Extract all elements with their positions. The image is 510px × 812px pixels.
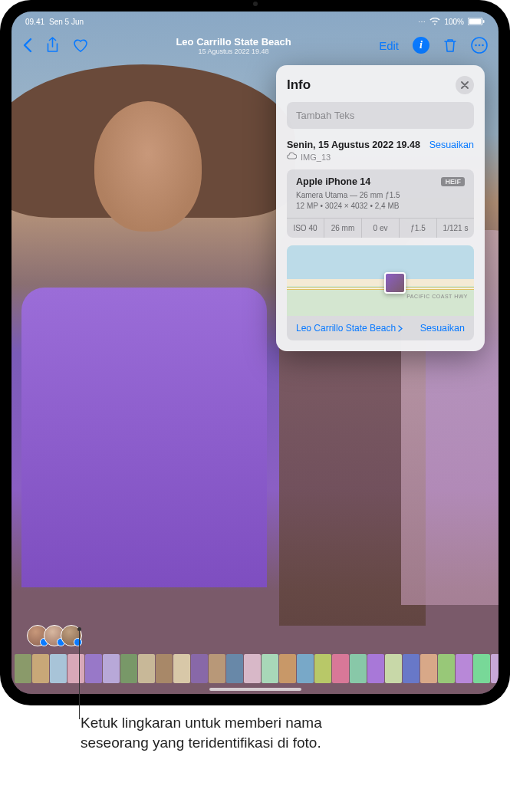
battery-pct: 100% — [444, 18, 464, 26]
camera-info-card: Apple iPhone 14 HEIF Kamera Utama — 26 m… — [287, 169, 474, 238]
callout-text: Ketuk lingkaran untuk memberi nama seseo… — [81, 713, 357, 752]
exif-row: ISO 40 26 mm 0 ev ƒ1.5 1/121 s — [287, 218, 474, 238]
share-button[interactable] — [46, 37, 59, 54]
info-button[interactable]: i — [413, 37, 429, 54]
exif-ev: 0 ev — [362, 219, 400, 238]
thumbnail[interactable] — [244, 654, 261, 683]
toolbar-title-group: Leo Carrillo State Beach 15 Agustus 2022… — [176, 36, 291, 55]
svg-rect-1 — [469, 19, 482, 25]
thumbnail[interactable] — [15, 654, 31, 683]
thumbnail[interactable] — [209, 654, 225, 683]
thumbnail[interactable] — [367, 654, 384, 683]
lens-info: Kamera Utama — 26 mm ƒ1.5 — [296, 190, 465, 201]
thumbnail[interactable] — [385, 654, 402, 683]
svg-point-5 — [479, 44, 481, 47]
thumbnail[interactable] — [262, 654, 278, 683]
camera-notch — [253, 2, 258, 6]
ipad-frame: 09.41 Sen 5 Jun ⋯ 100% — [0, 0, 510, 705]
thumbnail[interactable] — [67, 654, 84, 683]
detected-faces — [27, 625, 77, 646]
trash-button[interactable] — [443, 38, 457, 53]
favorite-button[interactable] — [73, 38, 88, 52]
adjust-datetime-button[interactable]: Sesuaikan — [429, 140, 474, 150]
more-button[interactable] — [471, 37, 488, 54]
svg-rect-2 — [483, 20, 485, 23]
photo-title: Leo Carrillo State Beach — [176, 36, 291, 48]
thumbnail[interactable] — [491, 654, 498, 683]
status-time: 09.41 — [25, 18, 44, 26]
close-button[interactable] — [456, 76, 474, 94]
filename: IMG_13 — [301, 153, 331, 162]
status-bar: 09.41 Sen 5 Jun ⋯ 100% — [12, 12, 498, 28]
exif-focal: 26 mm — [324, 219, 362, 238]
thumbnail[interactable] — [473, 654, 490, 683]
thumbnail[interactable] — [332, 654, 349, 683]
thumbnail[interactable] — [103, 654, 120, 683]
location-card[interactable]: PACIFIC COAST HWY Leo Carrillo State Bea… — [287, 245, 474, 340]
thumbnail[interactable] — [156, 654, 173, 683]
location-link[interactable]: Leo Carrillo State Beach — [296, 323, 403, 334]
thumbnail[interactable] — [191, 654, 208, 683]
edit-button[interactable]: Edit — [379, 39, 399, 52]
battery-icon — [468, 18, 485, 25]
thumbnail[interactable] — [456, 654, 472, 683]
format-badge: HEIF — [441, 177, 465, 186]
thumbnail[interactable] — [50, 654, 67, 683]
caption-input[interactable]: Tambah Teks — [287, 102, 474, 129]
home-indicator[interactable] — [209, 688, 301, 691]
exif-fstop: ƒ1.5 — [400, 219, 437, 238]
info-panel-title: Info — [287, 77, 311, 93]
svg-point-4 — [475, 44, 477, 47]
thumbnail[interactable] — [350, 654, 367, 683]
photo-subtitle: 15 Agustus 2022 19.48 — [176, 48, 291, 55]
svg-point-6 — [482, 44, 484, 47]
thumbnail[interactable] — [297, 654, 314, 683]
thumbnail[interactable] — [438, 654, 455, 683]
exif-shutter: 1/121 s — [437, 219, 474, 238]
info-panel: Info Tambah Teks Senin, 15 Agustus 2022 … — [276, 65, 485, 351]
thumbnail[interactable] — [173, 654, 190, 683]
resolution-info: 12 MP • 3024 × 4032 • 2,4 MB — [296, 201, 465, 212]
map-road-label: PACIFIC COAST HWY — [406, 294, 468, 299]
thumbnail[interactable] — [279, 654, 296, 683]
thumbnail[interactable] — [314, 654, 331, 683]
photo-subject — [21, 80, 265, 626]
thumbnail[interactable] — [138, 654, 155, 683]
thumbnail[interactable] — [420, 654, 437, 683]
thumbnail[interactable] — [226, 654, 243, 683]
thumbnail-strip[interactable] — [12, 654, 498, 683]
callout-leader-line — [79, 629, 80, 719]
toolbar: Leo Carrillo State Beach 15 Agustus 2022… — [12, 28, 498, 62]
cloud-icon — [287, 152, 297, 162]
map-pin-icon — [384, 272, 406, 294]
exif-iso: ISO 40 — [287, 219, 324, 238]
thumbnail[interactable] — [32, 654, 49, 683]
back-button[interactable] — [22, 38, 32, 53]
screen: 09.41 Sen 5 Jun ⋯ 100% — [12, 12, 498, 694]
thumbnail[interactable] — [85, 654, 102, 683]
thumbnail[interactable] — [120, 654, 137, 683]
status-date: Sen 5 Jun — [49, 18, 84, 26]
wifi-icon — [429, 18, 440, 25]
adjust-location-button[interactable]: Sesuaikan — [420, 323, 465, 334]
map-thumbnail[interactable]: PACIFIC COAST HWY — [287, 245, 474, 316]
three-dots-icon: ⋯ — [418, 18, 426, 26]
tag-badge-icon — [74, 638, 82, 646]
camera-model: Apple iPhone 14 — [296, 176, 370, 187]
thumbnail[interactable] — [403, 654, 420, 683]
photo-datetime: Senin, 15 Agustus 2022 19.48 — [287, 140, 420, 150]
